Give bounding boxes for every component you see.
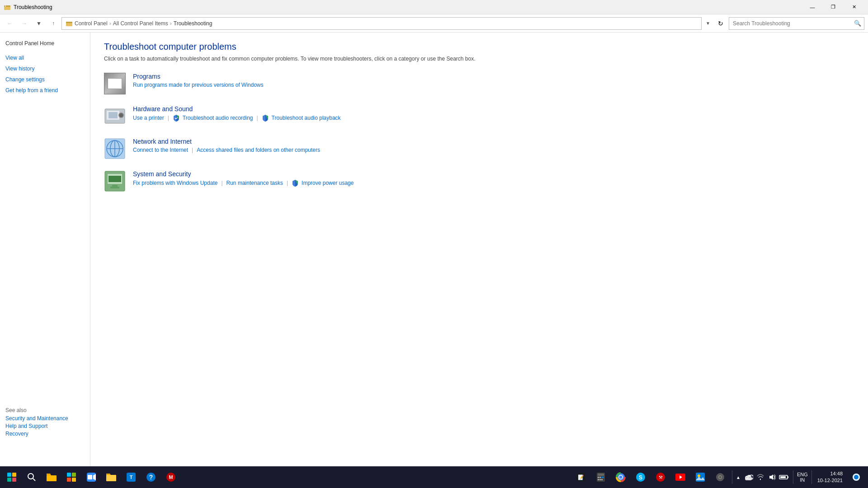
taskbar-teams-button[interactable]: T [121,467,141,487]
window-title: Troubleshooting [14,4,52,10]
sidebar-item-control-panel-home[interactable]: Control Panel Home [0,38,90,49]
sidebar-item-change-settings[interactable]: Change settings [0,74,90,85]
window-icon [4,4,11,11]
svg-rect-48 [598,479,599,480]
sidebar-item-get-help[interactable]: Get help from a friend [0,85,90,96]
content-area: Troubleshoot computer problems Click on … [90,33,868,470]
hardware-link-audio-record[interactable]: Troubleshoot audio recording [183,115,253,121]
taskbar-antivirus-button[interactable]: M [161,467,181,487]
tray-onedrive-icon[interactable] [743,472,754,483]
hardware-icon [104,105,126,127]
tray-sound-icon[interactable] [767,472,778,483]
taskbar-notepad-button[interactable]: 📝 [571,467,591,487]
up-button[interactable]: ↑ [47,17,60,30]
taskbar-chrome-button[interactable] [611,467,631,487]
taskbar-settings-button[interactable] [710,467,730,487]
network-title[interactable]: Network and Internet [133,138,320,145]
programs-title[interactable]: Programs [133,73,264,80]
svg-text:⚒: ⚒ [658,475,662,480]
svg-point-76 [854,475,859,479]
see-also-help[interactable]: Help and Support [5,423,85,429]
svg-rect-9 [108,112,118,118]
network-link-internet[interactable]: Connect to the Internet [133,147,188,153]
taskbar-tools-button[interactable]: ⚒ [651,467,670,487]
system-title[interactable]: System and Security [133,170,354,178]
svg-rect-23 [12,478,16,482]
svg-text:📝: 📝 [578,474,584,480]
system-links: Fix problems with Windows Update | Run m… [133,179,354,187]
taskbar-explorer-button[interactable] [42,467,61,487]
search-box: 🔍 [729,17,864,30]
tray-divider-2 [793,470,793,484]
start-button[interactable] [2,467,22,487]
back-button[interactable]: ← [4,17,16,30]
taskbar-youtube-button[interactable] [670,467,690,487]
hardware-title[interactable]: Hardware and Sound [133,105,341,113]
breadcrumb-bar: Control Panel › All Control Panel Items … [61,17,702,30]
shield-icon-3 [292,179,299,187]
tray-expand-button[interactable]: ▲ [734,475,742,480]
refresh-button[interactable]: ↻ [714,17,727,30]
svg-point-2 [5,5,6,6]
see-also-recovery[interactable]: Recovery [5,431,85,437]
system-content: System and Security Fix problems with Wi… [133,170,354,187]
hardware-content: Hardware and Sound Use a printer | Troub… [133,105,341,122]
system-link-maintenance[interactable]: Run maintenance tasks [226,180,283,186]
main-layout: Control Panel Home View all View history… [0,33,868,470]
tray-clock[interactable]: 14:48 10-12-2021 [814,470,846,484]
programs-link-run[interactable]: Run programs made for previous versions … [133,82,264,88]
close-button[interactable]: ✕ [844,0,864,14]
hardware-link-audio-play[interactable]: Troubleshoot audio playback [272,115,341,121]
system-link-update[interactable]: Fix problems with Windows Update [133,180,217,186]
taskbar-help-button[interactable]: ? [141,467,161,487]
tray-wifi-icon[interactable] [755,472,766,483]
svg-rect-49 [599,479,601,480]
category-network: Network and Internet Connect to the Inte… [104,138,854,160]
svg-rect-28 [72,473,76,477]
hardware-links: Use a printer | Troubleshoot audio recor… [133,114,341,122]
search-button[interactable]: 🔍 [851,17,864,30]
minimize-button[interactable]: — [802,0,823,14]
breadcrumb-dropdown-button[interactable]: ▼ [703,17,712,30]
network-links: Connect to the Internet | Access shared … [133,147,320,153]
notification-button[interactable] [846,467,866,487]
svg-rect-4 [66,22,72,23]
breadcrumb-icon [66,20,75,27]
svg-text:S: S [639,474,642,481]
tray-battery-icon[interactable] [778,472,789,483]
tray-language[interactable]: ENG IN [795,472,810,483]
see-also-security[interactable]: Security and Maintenance [5,415,85,422]
sidebar-item-view-history[interactable]: View history [0,63,90,74]
page-description: Click on a task to automatically trouble… [104,56,854,62]
system-icon [104,170,126,192]
search-input[interactable] [729,18,851,29]
taskbar-folder-button[interactable] [101,467,121,487]
maximize-button[interactable]: ❐ [823,0,844,14]
svg-rect-46 [599,477,601,478]
taskbar-search-button[interactable] [22,467,42,487]
taskbar-zoom-button[interactable] [81,467,101,487]
breadcrumb-all-items[interactable]: All Control Panel Items [113,20,168,27]
taskbar-store-button[interactable] [61,467,81,487]
shield-icon-2 [262,114,269,122]
taskbar-skype-button[interactable]: S [631,467,651,487]
svg-rect-27 [67,473,71,477]
svg-rect-26 [47,475,57,481]
svg-point-69 [760,479,761,480]
sidebar-item-view-all[interactable]: View all [0,52,90,63]
programs-links: Run programs made for previous versions … [133,82,264,88]
breadcrumb-control-panel[interactable]: Control Panel [75,20,108,27]
programs-icon [104,73,126,94]
recent-locations-button[interactable]: ▼ [33,17,45,30]
taskbar-calc-button[interactable] [591,467,611,487]
svg-rect-30 [72,478,76,482]
sidebar-nav: Control Panel Home View all View history… [0,33,90,101]
hardware-link-printer[interactable]: Use a printer [133,115,164,121]
forward-button[interactable]: → [18,17,31,30]
svg-rect-19 [108,176,121,182]
taskbar: T ? M 📝 [0,466,868,488]
network-link-shared[interactable]: Access shared files and folders on other… [197,147,320,153]
taskbar-photos-button[interactable] [690,467,710,487]
system-link-power[interactable]: Improve power usage [302,180,354,186]
sidebar: Control Panel Home View all View history… [0,33,90,470]
